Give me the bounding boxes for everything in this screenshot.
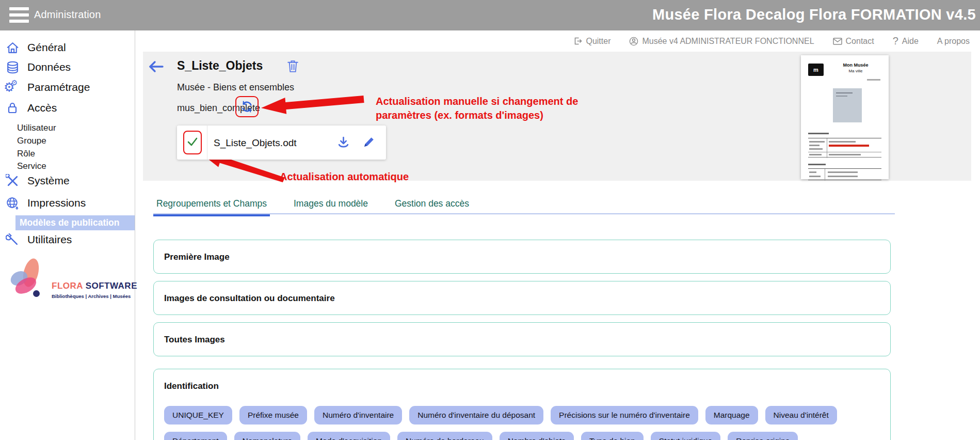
refresh-button[interactable] [240, 100, 253, 113]
sidebar-item-systeme[interactable]: Système [5, 174, 70, 188]
field-chip[interactable]: Département [164, 432, 227, 440]
wrench-icon [5, 232, 20, 247]
sidebar-item-modeles-de-publication[interactable]: Modèles de publication [15, 215, 135, 230]
section-images-consultation[interactable]: Images de consultation ou documentaire [153, 281, 891, 315]
field-chip[interactable]: Numéro d'inventaire du déposant [409, 406, 543, 425]
field-chip[interactable]: Mode d'acquisition [308, 432, 390, 440]
sidebar-item-utilitaires[interactable]: Utilitaires [5, 232, 72, 247]
doc-logo: m [808, 64, 824, 76]
sidebar-item-parametrage[interactable]: ⚙⚙ Paramétrage [5, 80, 90, 95]
brand-name: FLORA SOFTWARE [52, 281, 137, 291]
section-title: Images de consultation ou documentaire [164, 293, 880, 304]
doc-subtitle: Ma ville [831, 69, 880, 73]
field-chip[interactable]: Nomenclature [234, 432, 301, 440]
field-chip[interactable]: Statut juridique [651, 432, 720, 440]
doc-line [867, 79, 880, 81]
sidebar-item-impressions[interactable]: Impressions [5, 196, 86, 210]
annotation-box-check [183, 131, 202, 154]
field-chip[interactable]: Numéro d'inventaire [314, 406, 402, 425]
contact-link[interactable]: Contact [833, 37, 874, 46]
field-chip[interactable]: Marquage [705, 406, 758, 425]
sidebar-divider [135, 30, 135, 440]
field-chip[interactable]: Précisions sur le numéro d'inventaire [551, 406, 698, 425]
brand-tagline: Bibliothèques | Archives | Musées [52, 293, 131, 299]
page-title: S_Liste_Objets [177, 59, 263, 73]
check-icon[interactable] [186, 135, 199, 150]
envelope-icon [833, 38, 842, 45]
field-chip[interactable]: Numéro de bordereau [397, 432, 492, 440]
field-chip-row-2: Département Nomenclature Mode d'acquisit… [164, 432, 880, 440]
globe-print-icon [5, 196, 20, 210]
edit-pencil-button[interactable] [363, 136, 375, 150]
home-icon [5, 40, 20, 55]
database-icon [5, 60, 20, 74]
flora-software-logo: FLORA SOFTWARE Bibliothèques | Archives … [8, 258, 132, 307]
admin-page: Administration Musée Flora Decalog Flora… [0, 0, 980, 440]
user-icon [629, 37, 638, 46]
section-identification[interactable]: Identification UNIQUE_KEY Préfixe musée … [153, 369, 891, 440]
section-premiere-image[interactable]: Première Image [153, 240, 891, 274]
product-title: Musée Flora Decalog Flora FORMATION v4.5 [652, 6, 976, 23]
sidebar-item-utilisateur[interactable]: Utilisateur [17, 123, 56, 133]
logo-dot [33, 290, 40, 297]
sidebar-item-general[interactable]: Général [5, 40, 66, 55]
tabs-underline [153, 213, 895, 214]
file-name: S_Liste_Objets.odt [214, 137, 297, 149]
section-title: Toutes Images [164, 335, 880, 345]
sidebar-item-role[interactable]: Rôle [17, 149, 35, 159]
field-chip[interactable]: UNIQUE_KEY [164, 406, 232, 425]
tools-icon [5, 174, 20, 188]
annotation-text-manual: Actualisation manuelle si changement de … [376, 95, 578, 122]
doc-title: Mon Musée [831, 62, 880, 68]
user-account-link[interactable]: Musée v4 ADMINISTRATEUR FONCTIONNEL [629, 37, 814, 46]
template-file-card: S_Liste_Objets.odt [177, 125, 386, 160]
annotation-text-auto: Actualisation automatique [280, 170, 409, 184]
doc-heading-line [808, 133, 829, 134]
sidebar-item-donnees[interactable]: Données [5, 60, 71, 74]
doc-red-line [829, 145, 869, 147]
top-bar: Administration Musée Flora Decalog Flora… [0, 0, 980, 30]
quitter-link[interactable]: Quitter [573, 37, 611, 46]
doc-table-2 [808, 168, 881, 180]
hamburger-menu-icon[interactable] [9, 7, 29, 23]
field-chip[interactable]: Préfixe musée [239, 406, 307, 425]
app-title: Administration [34, 9, 101, 21]
file-card-divider [207, 125, 207, 160]
lock-icon [5, 101, 20, 115]
a-propos-link[interactable]: A propos [937, 37, 970, 46]
doc-heading-line-2 [808, 164, 826, 165]
logout-icon [573, 37, 582, 45]
delete-button[interactable] [287, 59, 299, 75]
annotation-box-refresh [235, 96, 259, 117]
doc-preview-thumbnail[interactable]: m Mon Musée Ma ville [801, 55, 889, 179]
sidebar-item-acces[interactable]: Accès [5, 101, 57, 115]
field-chip[interactable]: Reprise origine [728, 432, 798, 440]
header-links: Quitter Musée v4 ADMINISTRATEUR FONCTION… [143, 30, 975, 52]
section-toutes-images[interactable]: Toutes Images [153, 322, 891, 356]
model-category: Musée - Biens et ensembles [177, 82, 294, 93]
back-arrow-button[interactable] [148, 60, 164, 75]
aide-link[interactable]: ? Aide [893, 35, 919, 47]
section-title: Première Image [164, 252, 880, 262]
download-button[interactable] [337, 136, 350, 151]
field-chip[interactable]: Niveau d'intérêt [765, 406, 837, 425]
sidebar-item-service[interactable]: Service [17, 161, 46, 171]
doc-image-placeholder [833, 88, 862, 122]
field-chip[interactable]: Nombre d'objets [500, 432, 574, 440]
sidebar-item-groupe[interactable]: Groupe [17, 136, 46, 146]
field-chip[interactable]: Type de bien [581, 432, 644, 440]
question-icon: ? [893, 35, 898, 47]
field-chip-row-1: UNIQUE_KEY Préfixe musée Numéro d'invent… [164, 406, 880, 425]
doc-table-1 [808, 138, 881, 158]
section-title: Identification [164, 381, 880, 391]
gears-icon: ⚙⚙ [5, 80, 20, 95]
